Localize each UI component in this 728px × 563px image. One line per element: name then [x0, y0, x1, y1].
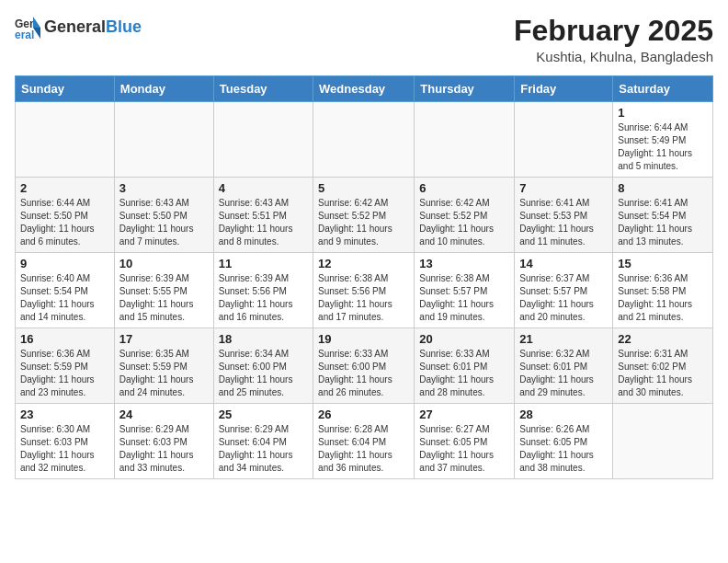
calendar-cell: 1Sunrise: 6:44 AM Sunset: 5:49 PM Daylig… [613, 102, 713, 178]
day-number: 25 [219, 408, 308, 421]
calendar-cell: 18Sunrise: 6:34 AM Sunset: 6:00 PM Dayli… [213, 328, 313, 404]
day-number: 27 [419, 408, 509, 421]
week-row-3: 9Sunrise: 6:40 AM Sunset: 5:54 PM Daylig… [16, 253, 713, 328]
day-info: Sunrise: 6:35 AM Sunset: 5:59 PM Dayligh… [119, 348, 209, 399]
calendar-cell: 15Sunrise: 6:36 AM Sunset: 5:58 PM Dayli… [613, 253, 713, 328]
day-info: Sunrise: 6:29 AM Sunset: 6:03 PM Dayligh… [119, 423, 209, 475]
weekday-header-sunday: Sunday [16, 76, 115, 102]
calendar-cell: 20Sunrise: 6:33 AM Sunset: 6:01 PM Dayli… [415, 328, 515, 404]
day-number: 28 [519, 408, 608, 421]
day-number: 18 [219, 332, 308, 346]
weekday-header-wednesday: Wednesday [313, 76, 415, 102]
day-info: Sunrise: 6:28 AM Sunset: 6:04 PM Dayligh… [318, 423, 409, 475]
calendar-cell [114, 102, 213, 178]
calendar-cell: 16Sunrise: 6:36 AM Sunset: 5:59 PM Dayli… [16, 328, 115, 404]
day-number: 2 [20, 181, 109, 195]
day-info: Sunrise: 6:44 AM Sunset: 5:49 PM Dayligh… [618, 121, 708, 173]
day-number: 12 [318, 257, 409, 270]
calendar-cell: 23Sunrise: 6:30 AM Sunset: 6:03 PM Dayli… [16, 404, 115, 479]
calendar-cell: 14Sunrise: 6:37 AM Sunset: 5:57 PM Dayli… [515, 253, 613, 328]
day-info: Sunrise: 6:37 AM Sunset: 5:57 PM Dayligh… [519, 272, 608, 324]
day-info: Sunrise: 6:43 AM Sunset: 5:50 PM Dayligh… [119, 197, 209, 248]
day-info: Sunrise: 6:29 AM Sunset: 6:04 PM Dayligh… [219, 423, 308, 475]
week-row-4: 16Sunrise: 6:36 AM Sunset: 5:59 PM Dayli… [16, 328, 713, 404]
day-info: Sunrise: 6:39 AM Sunset: 5:56 PM Dayligh… [219, 272, 308, 324]
day-number: 1 [618, 106, 708, 120]
day-info: Sunrise: 6:32 AM Sunset: 6:01 PM Dayligh… [519, 348, 608, 399]
day-number: 14 [519, 257, 608, 270]
day-number: 7 [519, 181, 608, 195]
day-number: 5 [318, 181, 409, 195]
day-info: Sunrise: 6:36 AM Sunset: 5:58 PM Dayligh… [618, 272, 708, 324]
day-number: 20 [419, 332, 509, 346]
day-info: Sunrise: 6:42 AM Sunset: 5:52 PM Dayligh… [419, 197, 509, 248]
day-number: 9 [20, 257, 109, 270]
week-row-1: 1Sunrise: 6:44 AM Sunset: 5:49 PM Daylig… [16, 102, 713, 178]
calendar-cell: 24Sunrise: 6:29 AM Sunset: 6:03 PM Dayli… [114, 404, 213, 479]
main-title: February 2025 [514, 15, 713, 47]
calendar-cell [313, 102, 415, 178]
calendar-cell: 17Sunrise: 6:35 AM Sunset: 5:59 PM Dayli… [114, 328, 213, 404]
weekday-header-tuesday: Tuesday [213, 76, 313, 102]
day-info: Sunrise: 6:44 AM Sunset: 5:50 PM Dayligh… [20, 197, 109, 248]
calendar-cell: 5Sunrise: 6:42 AM Sunset: 5:52 PM Daylig… [313, 178, 415, 253]
calendar-cell [16, 102, 115, 178]
day-info: Sunrise: 6:27 AM Sunset: 6:05 PM Dayligh… [419, 423, 509, 475]
calendar-cell [613, 404, 713, 479]
day-info: Sunrise: 6:36 AM Sunset: 5:59 PM Dayligh… [20, 348, 109, 399]
day-info: Sunrise: 6:31 AM Sunset: 6:02 PM Dayligh… [618, 348, 708, 399]
calendar-cell: 19Sunrise: 6:33 AM Sunset: 6:00 PM Dayli… [313, 328, 415, 404]
day-number: 23 [20, 408, 109, 421]
day-number: 26 [318, 408, 409, 421]
weekday-header-monday: Monday [114, 76, 213, 102]
day-number: 10 [119, 257, 209, 270]
week-row-2: 2Sunrise: 6:44 AM Sunset: 5:50 PM Daylig… [16, 178, 713, 253]
title-area: February 2025 Kushtia, Khulna, Banglades… [514, 15, 713, 64]
calendar-cell: 2Sunrise: 6:44 AM Sunset: 5:50 PM Daylig… [16, 178, 115, 253]
weekday-header-row: SundayMondayTuesdayWednesdayThursdayFrid… [16, 76, 713, 102]
logo-icon: Gen eral [15, 15, 40, 40]
calendar-cell: 8Sunrise: 6:41 AM Sunset: 5:54 PM Daylig… [613, 178, 713, 253]
day-number: 6 [419, 181, 509, 195]
day-info: Sunrise: 6:30 AM Sunset: 6:03 PM Dayligh… [20, 423, 109, 475]
day-number: 4 [219, 181, 308, 195]
calendar-cell: 27Sunrise: 6:27 AM Sunset: 6:05 PM Dayli… [415, 404, 515, 479]
header: Gen eral GeneralBlue February 2025 Kusht… [15, 15, 713, 64]
calendar-cell: 6Sunrise: 6:42 AM Sunset: 5:52 PM Daylig… [415, 178, 515, 253]
weekday-header-friday: Friday [515, 76, 613, 102]
day-info: Sunrise: 6:38 AM Sunset: 5:56 PM Dayligh… [318, 272, 409, 324]
day-number: 24 [119, 408, 209, 421]
calendar-cell: 3Sunrise: 6:43 AM Sunset: 5:50 PM Daylig… [114, 178, 213, 253]
day-info: Sunrise: 6:43 AM Sunset: 5:51 PM Dayligh… [219, 197, 308, 248]
calendar-cell [415, 102, 515, 178]
calendar-body: 1Sunrise: 6:44 AM Sunset: 5:49 PM Daylig… [16, 102, 713, 479]
day-info: Sunrise: 6:26 AM Sunset: 6:05 PM Dayligh… [519, 423, 608, 475]
calendar-cell: 9Sunrise: 6:40 AM Sunset: 5:54 PM Daylig… [16, 253, 115, 328]
day-info: Sunrise: 6:38 AM Sunset: 5:57 PM Dayligh… [419, 272, 509, 324]
subtitle: Kushtia, Khulna, Bangladesh [514, 49, 713, 64]
calendar-cell: 10Sunrise: 6:39 AM Sunset: 5:55 PM Dayli… [114, 253, 213, 328]
weekday-header-thursday: Thursday [415, 76, 515, 102]
day-number: 19 [318, 332, 409, 346]
calendar-cell: 13Sunrise: 6:38 AM Sunset: 5:57 PM Dayli… [415, 253, 515, 328]
svg-text:eral: eral [15, 29, 34, 40]
day-number: 11 [219, 257, 308, 270]
calendar-cell: 28Sunrise: 6:26 AM Sunset: 6:05 PM Dayli… [515, 404, 613, 479]
day-number: 17 [119, 332, 209, 346]
day-info: Sunrise: 6:41 AM Sunset: 5:53 PM Dayligh… [519, 197, 608, 248]
calendar-cell [213, 102, 313, 178]
day-number: 13 [419, 257, 509, 270]
day-info: Sunrise: 6:41 AM Sunset: 5:54 PM Dayligh… [618, 197, 708, 248]
calendar-cell: 7Sunrise: 6:41 AM Sunset: 5:53 PM Daylig… [515, 178, 613, 253]
logo: Gen eral GeneralBlue [15, 15, 142, 40]
day-number: 15 [618, 257, 708, 270]
calendar-cell: 12Sunrise: 6:38 AM Sunset: 5:56 PM Dayli… [313, 253, 415, 328]
weekday-header-saturday: Saturday [613, 76, 713, 102]
calendar-cell: 26Sunrise: 6:28 AM Sunset: 6:04 PM Dayli… [313, 404, 415, 479]
day-info: Sunrise: 6:40 AM Sunset: 5:54 PM Dayligh… [20, 272, 109, 324]
day-number: 8 [618, 181, 708, 195]
calendar-cell: 11Sunrise: 6:39 AM Sunset: 5:56 PM Dayli… [213, 253, 313, 328]
calendar-cell: 4Sunrise: 6:43 AM Sunset: 5:51 PM Daylig… [213, 178, 313, 253]
calendar: SundayMondayTuesdayWednesdayThursdayFrid… [15, 75, 713, 479]
day-info: Sunrise: 6:39 AM Sunset: 5:55 PM Dayligh… [119, 272, 209, 324]
